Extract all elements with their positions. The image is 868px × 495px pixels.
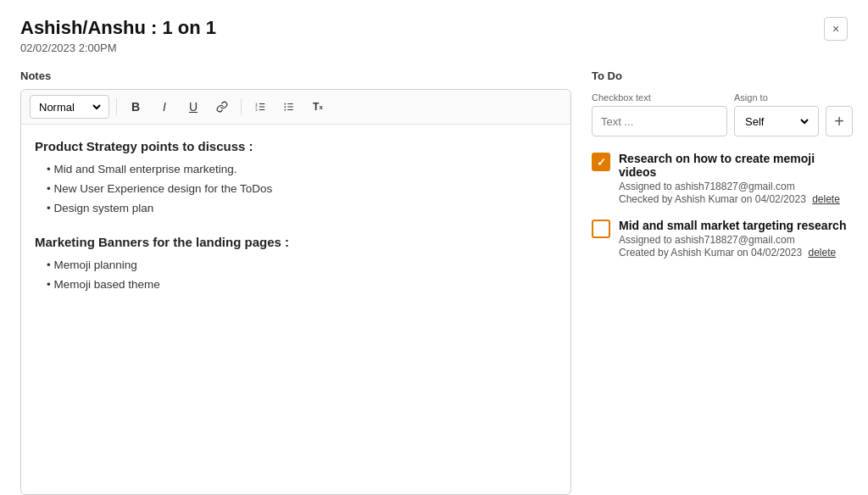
- list-item: Mid and Small enterprise marketing.: [47, 160, 557, 180]
- assign-select-wrapper[interactable]: Self Ashish Anshu: [734, 106, 819, 136]
- notes-panel: Notes Normal Heading 1 Heading 2 Heading…: [20, 70, 571, 495]
- svg-point-10: [284, 106, 286, 108]
- todo-item-meta-1: Checked by Ashish Kumar on 04/02/2023 de…: [619, 193, 853, 205]
- editor-list-1: Mid and Small enterprise marketing. New …: [35, 160, 557, 219]
- todo-input-row: Checkbox text Asign to Self Ashish Anshu…: [592, 92, 853, 136]
- add-todo-button[interactable]: +: [826, 106, 853, 136]
- clear-format-button[interactable]: Tx: [306, 95, 330, 119]
- link-button[interactable]: [210, 95, 234, 119]
- todo-text-block-2: Mid and small market targeting research …: [619, 219, 846, 259]
- todo-item-assigned-2: Assigned to ashish718827@gmail.com: [619, 234, 846, 246]
- list-item: Memoji based theme: [47, 275, 557, 295]
- delete-link-2[interactable]: delete: [808, 247, 836, 259]
- checkbox-text-label: Checkbox text: [592, 92, 727, 103]
- close-button[interactable]: ×: [824, 17, 848, 41]
- editor-body[interactable]: Product Strategy points to discuss : Mid…: [21, 125, 570, 494]
- unordered-list-button[interactable]: [277, 95, 301, 119]
- editor-heading-1: Product Strategy points to discuss :: [35, 136, 557, 157]
- assign-to-label: Asign to: [734, 92, 819, 103]
- list-item: Memoji planning: [47, 256, 557, 275]
- checkbox-text-group: Checkbox text: [592, 92, 727, 136]
- page-title: Ashish/Anshu : 1 on 1: [20, 17, 216, 39]
- todo-text-block-1: Research on how to create memoji videos …: [619, 152, 853, 205]
- todo-item-title-2: Mid and small market targeting research: [619, 219, 846, 232]
- page-wrapper: Ashish/Anshu : 1 on 1 02/02/2023 2:00PM …: [0, 0, 868, 495]
- toolbar-divider-1: [116, 98, 117, 115]
- todo-item-assigned-1: Assigned to ashish718827@gmail.com: [619, 181, 853, 192]
- todo-item-meta-2: Created by Ashish Kumar on 04/02/2023 de…: [619, 247, 846, 259]
- todo-checkbox-2[interactable]: [592, 220, 610, 238]
- svg-text:3: 3: [255, 108, 258, 112]
- todo-item: Mid and small market targeting research …: [592, 219, 853, 259]
- format-select[interactable]: Normal Heading 1 Heading 2 Heading 3: [36, 100, 103, 114]
- todo-label: To Do: [592, 70, 853, 82]
- list-item: New User Experience design for the ToDos: [47, 180, 557, 199]
- format-select-wrapper[interactable]: Normal Heading 1 Heading 2 Heading 3: [30, 95, 109, 119]
- bold-button[interactable]: B: [124, 95, 147, 119]
- toolbar-divider-2: [241, 98, 242, 115]
- todo-items-list: Research on how to create memoji videos …: [592, 152, 853, 259]
- todo-item: Research on how to create memoji videos …: [592, 152, 853, 205]
- underline-button[interactable]: U: [181, 95, 205, 119]
- editor-toolbar: Normal Heading 1 Heading 2 Heading 3 B I…: [21, 90, 570, 125]
- delete-link-1[interactable]: delete: [812, 193, 840, 205]
- checkbox-text-input[interactable]: [592, 106, 727, 136]
- title-block: Ashish/Anshu : 1 on 1 02/02/2023 2:00PM: [20, 17, 216, 54]
- page-date: 02/02/2023 2:00PM: [20, 42, 216, 54]
- editor-list-2: Memoji planning Memoji based theme: [35, 256, 557, 295]
- editor-heading-2: Marketing Banners for the landing pages …: [35, 232, 557, 253]
- todo-checkbox-1[interactable]: [592, 153, 610, 171]
- assign-select[interactable]: Self Ashish Anshu: [742, 114, 811, 129]
- svg-point-11: [284, 109, 286, 111]
- notes-label: Notes: [20, 70, 571, 82]
- header: Ashish/Anshu : 1 on 1 02/02/2023 2:00PM …: [20, 17, 848, 54]
- italic-button[interactable]: I: [153, 95, 176, 119]
- assign-to-group: Asign to Self Ashish Anshu: [734, 92, 819, 136]
- svg-point-9: [284, 103, 286, 105]
- todo-panel: To Do Checkbox text Asign to Self Ashish…: [592, 70, 853, 495]
- content-area: Notes Normal Heading 1 Heading 2 Heading…: [20, 70, 848, 495]
- todo-item-title-1: Research on how to create memoji videos: [619, 152, 853, 179]
- ordered-list-button[interactable]: 1 2 3: [248, 95, 272, 119]
- editor-container: Normal Heading 1 Heading 2 Heading 3 B I…: [20, 89, 571, 495]
- list-item: Design system plan: [47, 199, 557, 219]
